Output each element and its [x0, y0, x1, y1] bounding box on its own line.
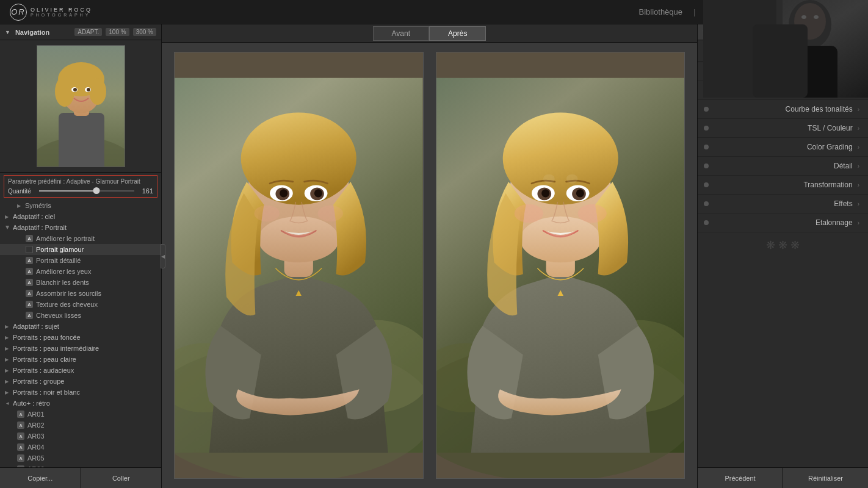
reset-button[interactable]: Réinitialiser	[783, 468, 868, 488]
tree-label-ameliorer-yeux: Améliorer les yeux	[36, 268, 91, 275]
tree-item-assombrir-sourcils[interactable]: A Assombrir les sourcils	[0, 288, 161, 299]
svg-point-6	[814, 15, 819, 19]
svg-point-35	[314, 189, 322, 197]
tree-arrow-noir-blanc: ▶	[5, 390, 10, 395]
tree-item-portrait-detaille[interactable]: A Portrait détaillé	[0, 255, 161, 266]
tree-arrow-peau-intermediaire: ▶	[5, 346, 10, 351]
quantity-slider[interactable]	[39, 190, 134, 192]
tree-item-ar05[interactable]: A AR05	[0, 453, 161, 464]
svg-point-55	[543, 174, 554, 184]
tree-arrow-peau-foncee: ▶	[5, 335, 10, 340]
tree-item-peau-intermediaire[interactable]: ▶ Portraits : peau intermédiaire	[0, 343, 161, 354]
tree-item-ar01[interactable]: A AR01	[0, 409, 161, 420]
right-item-transformation[interactable]: Transformation ›	[698, 176, 868, 195]
toggle-color-grading	[704, 145, 709, 149]
svg-point-54	[577, 204, 606, 223]
label-effets: Effets	[714, 199, 853, 208]
left-panel: ▼ Navigation ADAPT. 100 % 300 %	[0, 24, 162, 488]
tree-item-peau-claire[interactable]: ▶ Portraits : peau claire	[0, 354, 161, 365]
nav-zoom2[interactable]: 300 %	[133, 28, 156, 36]
tree-item-noir-blanc[interactable]: ▶ Portraits : noir et blanc	[0, 387, 161, 398]
prev-button[interactable]: Précédent	[698, 468, 783, 488]
tree-item-ar03[interactable]: A AR03	[0, 431, 161, 442]
tree-label-ar04: AR04	[27, 443, 45, 451]
tree-label-ameliorer-portrait: Améliorer le portrait	[36, 235, 95, 242]
tree-item-ar02[interactable]: A AR02	[0, 420, 161, 431]
toggle-transformation	[704, 182, 709, 187]
icon-blanchir-dents: A	[26, 279, 33, 286]
tree-item-ciel[interactable]: ▶ Adaptatif : ciel	[0, 211, 161, 222]
svg-point-29	[241, 112, 356, 204]
label-etalonnage: Etalonnage	[714, 218, 853, 227]
svg-rect-8	[703, 0, 776, 98]
tree-item-retro[interactable]: ▼ Auto+ : rétro	[0, 398, 161, 409]
right-item-courbe[interactable]: Courbe des tonalités ›	[698, 100, 868, 119]
navigation-header: ▼ Navigation ADAPT. 100 % 300 %	[0, 24, 161, 40]
tree-item-portrait-cat[interactable]: ▶ Adaptatif : Portrait	[0, 222, 161, 233]
svg-point-36	[254, 206, 280, 221]
left-collapse-handle[interactable]: ◀	[161, 244, 165, 268]
tree-label-assombrir-sourcils: Assombrir les sourcils	[36, 290, 101, 297]
label-tsl: TSL / Couleur	[714, 124, 853, 132]
svg-point-4	[794, 3, 826, 40]
tree-item-sujet[interactable]: ▶ Adaptatif : sujet	[0, 321, 161, 332]
svg-point-52	[576, 189, 584, 197]
quantity-label: Quantité	[8, 188, 35, 195]
label-courbe: Courbe des tonalités	[714, 105, 853, 113]
logo: OR OLIVIER ROCQ PHOTOGRAPHY	[10, 4, 92, 21]
svg-point-15	[55, 76, 74, 107]
tree-item-symetris[interactable]: ▶ Symétris	[0, 200, 161, 211]
preset-info-box: Paramètre prédéfini : Adaptive - Glamour…	[4, 175, 157, 198]
svg-point-5	[801, 15, 806, 19]
icon-ameliorer-yeux: A	[26, 268, 33, 275]
right-item-effets[interactable]: Effets ›	[698, 195, 868, 214]
svg-rect-11	[59, 113, 104, 167]
svg-point-37	[317, 206, 343, 221]
right-item-tsl[interactable]: TSL / Couleur ›	[698, 119, 868, 138]
tree-label-portrait-cat: Adaptatif : Portrait	[13, 224, 67, 231]
icon-ar01: A	[17, 411, 24, 418]
arrow-tsl: ›	[858, 125, 859, 132]
tree-item-ar04[interactable]: A AR04	[0, 442, 161, 453]
tree-label-sujet: Adaptatif : sujet	[13, 323, 59, 330]
quantity-row: Quantité 161	[8, 187, 153, 195]
tree-label-texture-cheveux: Texture des cheveux	[36, 301, 98, 308]
icon-ar04: A	[17, 443, 24, 451]
logo-letters: OR	[11, 7, 26, 16]
right-item-etalonnage[interactable]: Etalonnage ›	[698, 214, 868, 232]
nav-zoom-controls: ADAPT. 100 % 300 %	[74, 28, 156, 36]
svg-point-20	[87, 88, 90, 92]
right-item-color-grading[interactable]: Color Grading ›	[698, 138, 868, 157]
label-detail: Détail	[714, 162, 853, 170]
quantity-handle[interactable]	[93, 187, 99, 194]
tab-avant[interactable]: Avant	[373, 26, 429, 41]
nav-separator-1: |	[693, 7, 695, 16]
tree-item-blanchir-dents[interactable]: A Blanchir les dents	[0, 277, 161, 288]
before-after-tabs: Avant Après	[162, 24, 697, 43]
tree-item-texture-cheveux[interactable]: A Texture des cheveux	[0, 299, 161, 310]
arrow-courbe: ›	[858, 106, 859, 113]
tree-item-portrait-glamour[interactable]: Portrait glamour	[0, 244, 161, 255]
tab-apres[interactable]: Après	[429, 26, 486, 41]
tree-item-cheveux-lisses[interactable]: A Cheveux lisses	[0, 310, 161, 321]
tree-item-groupe[interactable]: ▶ Portraits : groupe	[0, 376, 161, 387]
copy-button[interactable]: Copier...	[0, 468, 81, 488]
tree-item-peau-foncee[interactable]: ▶ Portraits : peau foncée	[0, 332, 161, 343]
paste-button[interactable]: Coller	[81, 468, 162, 488]
tree-label-ar02: AR02	[27, 422, 45, 429]
tree-label-peau-claire: Portraits : peau claire	[13, 356, 76, 363]
tree-item-ameliorer-portrait[interactable]: A Améliorer le portrait	[0, 233, 161, 244]
toggle-tsl	[704, 126, 709, 131]
tree-item-ameliorer-yeux[interactable]: A Améliorer les yeux	[0, 266, 161, 277]
nav-zoom1[interactable]: 100 %	[106, 28, 129, 36]
tree-label-portrait-glamour: Portrait glamour	[36, 246, 84, 253]
nav-collapse-icon[interactable]: ▼	[5, 29, 10, 35]
logo-text-group: OLIVIER ROCQ PHOTOGRAPHY	[31, 7, 92, 17]
right-item-detail[interactable]: Détail ›	[698, 157, 868, 176]
svg-point-56	[566, 174, 577, 184]
tree-label-peau-intermediaire: Portraits : peau intermédiaire	[13, 345, 99, 352]
tree-item-audacieux[interactable]: ▶ Portraits : audacieux	[0, 365, 161, 376]
nav-bibliotheque[interactable]: Bibliothèque	[638, 7, 682, 16]
tree-label-retro: Auto+ : rétro	[13, 400, 50, 407]
tree-label-audacieux: Portraits : audacieux	[13, 367, 74, 374]
